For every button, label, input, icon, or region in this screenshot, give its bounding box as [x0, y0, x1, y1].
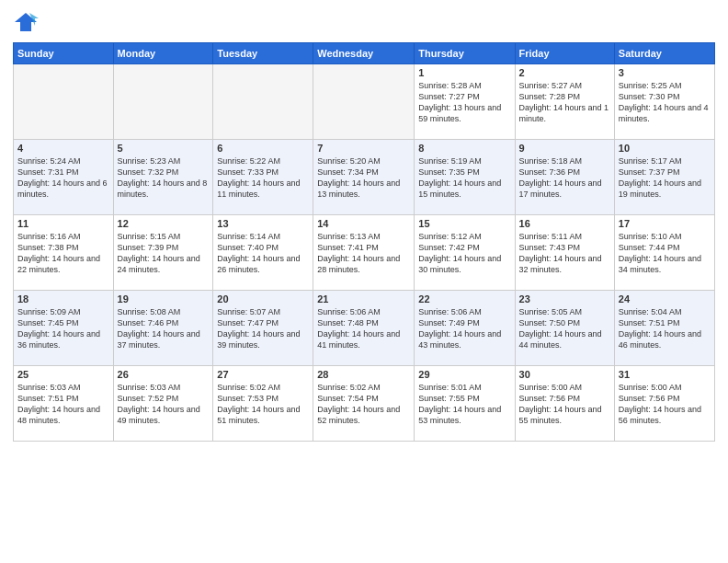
sunrise-label: Sunrise: 5:05 AM: [519, 307, 583, 316]
daylight-label: Daylight: 14 hours and 17 minutes.: [519, 178, 602, 199]
sunrise-label: Sunrise: 5:27 AM: [519, 81, 583, 90]
calendar-day-cell: 11 Sunrise: 5:16 AM Sunset: 7:38 PM Dayl…: [14, 215, 114, 291]
daylight-label: Daylight: 14 hours and 19 minutes.: [619, 178, 701, 199]
day-info: Sunrise: 5:23 AM Sunset: 7:32 PM Dayligh…: [118, 155, 210, 201]
calendar-day-cell: 19 Sunrise: 5:08 AM Sunset: 7:46 PM Dayl…: [113, 291, 213, 366]
day-number: 29: [418, 369, 510, 380]
day-number: 18: [17, 293, 109, 304]
sunset-label: Sunset: 7:36 PM: [519, 167, 581, 177]
daylight-label: Daylight: 14 hours and 13 minutes.: [317, 178, 400, 199]
sunset-label: Sunset: 7:44 PM: [619, 243, 680, 252]
day-number: 17: [619, 218, 711, 229]
header: [13, 9, 715, 35]
calendar-day-cell: 17 Sunrise: 5:10 AM Sunset: 7:44 PM Dayl…: [614, 215, 714, 291]
day-info: Sunrise: 5:01 AM Sunset: 7:55 PM Dayligh…: [418, 382, 510, 427]
day-info: Sunrise: 5:11 AM Sunset: 7:43 PM Dayligh…: [519, 231, 610, 276]
calendar-day-cell: 3 Sunrise: 5:25 AM Sunset: 7:30 PM Dayli…: [614, 64, 714, 140]
day-number: 12: [118, 218, 210, 229]
daylight-label: Daylight: 14 hours and 26 minutes.: [217, 254, 300, 274]
calendar-day-cell: 12 Sunrise: 5:15 AM Sunset: 7:39 PM Dayl…: [113, 215, 213, 291]
day-number: 1: [418, 67, 510, 78]
daylight-label: Daylight: 14 hours and 43 minutes.: [418, 329, 501, 350]
day-info: Sunrise: 5:07 AM Sunset: 7:47 PM Dayligh…: [217, 306, 309, 351]
day-info: Sunrise: 5:08 AM Sunset: 7:46 PM Dayligh…: [118, 306, 210, 351]
sunset-label: Sunset: 7:30 PM: [619, 92, 680, 101]
weekday-header-cell: Friday: [515, 43, 614, 64]
sunrise-label: Sunrise: 5:02 AM: [317, 383, 381, 392]
weekday-header-cell: Sunday: [14, 43, 114, 64]
day-info: Sunrise: 5:06 AM Sunset: 7:49 PM Dayligh…: [418, 306, 510, 351]
calendar-day-cell: 4 Sunrise: 5:24 AM Sunset: 7:31 PM Dayli…: [14, 140, 114, 215]
day-info: Sunrise: 5:18 AM Sunset: 7:36 PM Dayligh…: [519, 155, 610, 201]
calendar-day-cell: 26 Sunrise: 5:03 AM Sunset: 7:52 PM Dayl…: [113, 366, 213, 442]
page: SundayMondayTuesdayWednesdayThursdayFrid…: [0, 0, 728, 563]
daylight-label: Daylight: 14 hours and 51 minutes.: [217, 405, 300, 425]
daylight-label: Daylight: 14 hours and 1 minute.: [519, 103, 609, 123]
day-number: 10: [619, 143, 711, 154]
daylight-label: Daylight: 14 hours and 24 minutes.: [118, 254, 200, 274]
sunrise-label: Sunrise: 5:12 AM: [418, 232, 482, 241]
day-number: 31: [619, 369, 711, 380]
day-number: 23: [519, 293, 610, 304]
calendar-day-cell: 25 Sunrise: 5:03 AM Sunset: 7:51 PM Dayl…: [14, 366, 114, 442]
daylight-label: Daylight: 14 hours and 55 minutes.: [519, 405, 602, 425]
day-number: 9: [519, 143, 610, 154]
weekday-header-cell: Monday: [113, 43, 213, 64]
logo: [13, 9, 42, 35]
day-info: Sunrise: 5:00 AM Sunset: 7:56 PM Dayligh…: [619, 382, 711, 427]
sunrise-label: Sunrise: 5:13 AM: [317, 232, 381, 241]
daylight-label: Daylight: 14 hours and 36 minutes.: [17, 329, 100, 350]
day-number: 3: [619, 67, 711, 78]
day-number: 16: [519, 218, 610, 229]
calendar-week-row: 25 Sunrise: 5:03 AM Sunset: 7:51 PM Dayl…: [14, 366, 715, 442]
weekday-header-cell: Tuesday: [213, 43, 313, 64]
day-number: 5: [118, 143, 210, 154]
calendar-day-cell: [213, 64, 313, 140]
day-info: Sunrise: 5:25 AM Sunset: 7:30 PM Dayligh…: [619, 80, 711, 125]
calendar-day-cell: 20 Sunrise: 5:07 AM Sunset: 7:47 PM Dayl…: [213, 291, 313, 366]
daylight-label: Daylight: 13 hours and 59 minutes.: [418, 103, 501, 123]
daylight-label: Daylight: 14 hours and 46 minutes.: [619, 329, 701, 350]
sunrise-label: Sunrise: 5:17 AM: [619, 156, 682, 166]
logo-icon: [13, 9, 39, 35]
day-number: 13: [217, 218, 309, 229]
day-info: Sunrise: 5:22 AM Sunset: 7:33 PM Dayligh…: [217, 155, 309, 201]
sunrise-label: Sunrise: 5:18 AM: [519, 156, 583, 166]
calendar-day-cell: 13 Sunrise: 5:14 AM Sunset: 7:40 PM Dayl…: [213, 215, 313, 291]
day-info: Sunrise: 5:09 AM Sunset: 7:45 PM Dayligh…: [17, 306, 109, 351]
sunset-label: Sunset: 7:37 PM: [619, 167, 680, 177]
daylight-label: Daylight: 14 hours and 4 minutes.: [619, 103, 709, 123]
calendar-week-row: 18 Sunrise: 5:09 AM Sunset: 7:45 PM Dayl…: [14, 291, 715, 366]
sunset-label: Sunset: 7:38 PM: [17, 243, 79, 252]
weekday-header-cell: Saturday: [614, 43, 714, 64]
day-info: Sunrise: 5:14 AM Sunset: 7:40 PM Dayligh…: [217, 231, 309, 276]
daylight-label: Daylight: 14 hours and 28 minutes.: [317, 254, 400, 274]
sunrise-label: Sunrise: 5:06 AM: [317, 307, 381, 316]
sunset-label: Sunset: 7:50 PM: [519, 318, 581, 327]
calendar-day-cell: 28 Sunrise: 5:02 AM Sunset: 7:54 PM Dayl…: [313, 366, 415, 442]
sunrise-label: Sunrise: 5:24 AM: [17, 156, 81, 166]
day-info: Sunrise: 5:16 AM Sunset: 7:38 PM Dayligh…: [17, 231, 109, 276]
sunset-label: Sunset: 7:47 PM: [217, 318, 279, 327]
sunset-label: Sunset: 7:35 PM: [418, 167, 480, 177]
day-number: 6: [217, 143, 309, 154]
daylight-label: Daylight: 14 hours and 22 minutes.: [17, 254, 100, 274]
sunset-label: Sunset: 7:56 PM: [619, 394, 680, 403]
day-number: 2: [519, 67, 610, 78]
sunset-label: Sunset: 7:49 PM: [418, 318, 480, 327]
daylight-label: Daylight: 14 hours and 8 minutes.: [118, 178, 208, 199]
daylight-label: Daylight: 14 hours and 11 minutes.: [217, 178, 300, 199]
day-number: 27: [217, 369, 309, 380]
sunset-label: Sunset: 7:27 PM: [418, 92, 480, 101]
day-info: Sunrise: 5:02 AM Sunset: 7:54 PM Dayligh…: [317, 382, 410, 427]
day-number: 14: [317, 218, 410, 229]
sunrise-label: Sunrise: 5:15 AM: [118, 232, 181, 241]
daylight-label: Daylight: 14 hours and 15 minutes.: [418, 178, 501, 199]
calendar-day-cell: 31 Sunrise: 5:00 AM Sunset: 7:56 PM Dayl…: [614, 366, 714, 442]
day-number: 21: [317, 293, 410, 304]
daylight-label: Daylight: 14 hours and 37 minutes.: [118, 329, 200, 350]
sunrise-label: Sunrise: 5:10 AM: [619, 232, 682, 241]
day-info: Sunrise: 5:03 AM Sunset: 7:52 PM Dayligh…: [118, 382, 210, 427]
sunrise-label: Sunrise: 5:28 AM: [418, 81, 482, 90]
sunset-label: Sunset: 7:45 PM: [17, 318, 79, 327]
